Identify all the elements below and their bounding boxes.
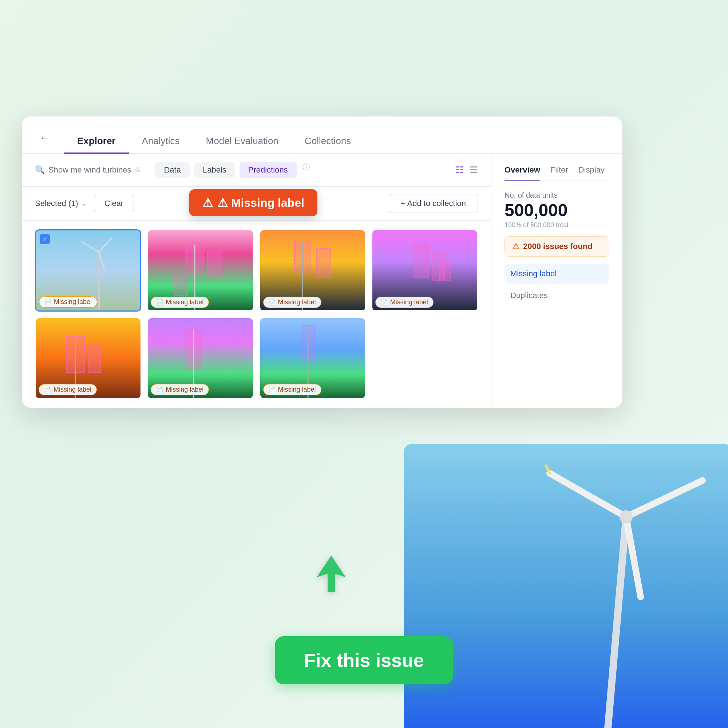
- svg-line-2: [99, 238, 112, 252]
- stat-value: 500,000: [505, 202, 609, 219]
- tab-collections[interactable]: Collections: [292, 130, 364, 154]
- warning-icon: ⚠: [512, 242, 519, 251]
- sub-nav-pills: Data Labels Predictions ⓘ: [155, 162, 309, 177]
- missing-label-badge-7: 📄 Missing label: [263, 384, 321, 395]
- label-icon-1: 📄: [44, 298, 52, 305]
- label-icon-7: 📄: [269, 386, 276, 393]
- issues-count: 2000 issues found: [523, 242, 593, 251]
- missing-label-badge-6: 📄 Missing label: [151, 384, 209, 395]
- clear-button[interactable]: Clear: [94, 195, 134, 212]
- info-icon: ⓘ: [303, 162, 310, 177]
- selected-count: Selected (1): [35, 199, 78, 208]
- svg-rect-15: [88, 344, 101, 373]
- sub-nav: 🔍 Show me wind turbines ♲ Data Labels Pr…: [22, 154, 491, 187]
- missing-label-badge-2: 📄 Missing label: [151, 297, 209, 308]
- right-tabs: Overview Filter Display: [505, 165, 609, 181]
- back-button[interactable]: ←: [39, 132, 49, 151]
- stat-label: No. of data units: [505, 191, 609, 199]
- missing-label-badge-4: 📄 Missing label: [375, 297, 434, 308]
- image-cell-5[interactable]: 📄 Missing label: [35, 317, 141, 399]
- image-cell-7[interactable]: 📄 Missing label: [260, 317, 366, 399]
- search-text: Show me wind turbines: [48, 165, 131, 175]
- image-cell-2[interactable]: 📄 Missing label: [147, 229, 253, 312]
- label-icon-4: 📄: [381, 299, 388, 306]
- fix-issue-button[interactable]: Fix this issue: [275, 636, 453, 684]
- pill-labels[interactable]: Labels: [194, 162, 235, 177]
- image-cell-1[interactable]: ✓ 📄 Missing label: [35, 229, 141, 312]
- label-icon-2: 📄: [156, 299, 164, 306]
- arrow-icon: [317, 555, 346, 592]
- main-card: ← Explorer Analytics Model Evaluation Co…: [22, 116, 622, 408]
- nav-tabs: Explorer Analytics Model Evaluation Coll…: [64, 130, 364, 153]
- pill-data[interactable]: Data: [155, 162, 189, 177]
- large-image-overlay: [404, 444, 728, 728]
- search-icon: 🔍: [35, 165, 45, 175]
- svg-line-3: [99, 252, 104, 271]
- content-area: 🔍 Show me wind turbines ♲ Data Labels Pr…: [22, 154, 622, 408]
- pill-predictions[interactable]: Predictions: [240, 162, 297, 177]
- label-icon-3: 📄: [269, 299, 276, 306]
- view-icons: ☷ ☰: [455, 165, 478, 176]
- tooltip-text: ⚠ Missing label: [217, 196, 304, 210]
- missing-label-badge-1: 📄 Missing label: [39, 296, 97, 307]
- svg-rect-21: [404, 444, 728, 728]
- label-icon-5: 📄: [44, 386, 51, 393]
- tab-overview[interactable]: Overview: [505, 165, 540, 180]
- issue-item-missing-label[interactable]: Missing label: [505, 264, 609, 284]
- issue-item-duplicates[interactable]: Duplicates: [505, 286, 609, 305]
- svg-rect-6: [175, 274, 187, 295]
- svg-rect-9: [316, 248, 331, 277]
- svg-point-26: [619, 510, 633, 523]
- tab-filter[interactable]: Filter: [551, 165, 568, 180]
- tooltip-warning-icon: ⚠: [202, 196, 213, 210]
- selected-badge: Selected (1) ⌄: [35, 199, 87, 208]
- svg-rect-11: [414, 245, 428, 277]
- image-grid: ✓ 📄 Missing label: [22, 220, 491, 408]
- stat-sub: 100% of 500,000 total: [505, 221, 609, 229]
- missing-label-tooltip: ⚠ ⚠ Missing label: [189, 189, 317, 216]
- image-cell-6[interactable]: 📄 Missing label: [147, 317, 253, 399]
- list-view-icon[interactable]: ☰: [470, 165, 478, 176]
- svg-marker-28: [317, 555, 346, 592]
- search-bar[interactable]: 🔍 Show me wind turbines ♲: [35, 165, 141, 175]
- search-extra-icon: ♲: [135, 166, 141, 174]
- svg-line-1: [81, 241, 99, 252]
- tab-display[interactable]: Display: [578, 165, 605, 180]
- tab-explorer[interactable]: Explorer: [64, 130, 129, 154]
- chevron-down-icon: ⌄: [81, 199, 87, 208]
- svg-rect-5: [208, 252, 222, 277]
- label-icon-6: 📄: [156, 386, 164, 393]
- grid-view-icon[interactable]: ☷: [455, 165, 464, 176]
- large-image-bg: [404, 444, 728, 728]
- missing-label-badge-5: 📄 Missing label: [38, 384, 97, 395]
- svg-rect-13: [439, 259, 450, 281]
- missing-label-badge-3: 📄 Missing label: [263, 297, 321, 308]
- tab-model-evaluation[interactable]: Model Evaluation: [193, 130, 292, 154]
- image-cell-4[interactable]: 📄 Missing label: [372, 229, 478, 312]
- issues-badge[interactable]: ⚠ 2000 issues found: [505, 236, 609, 257]
- image-cell-3[interactable]: 📄 Missing label: [260, 229, 366, 312]
- right-panel: Overview Filter Display No. of data unit…: [491, 154, 622, 408]
- add-to-collection-button[interactable]: + Add to collection: [389, 194, 478, 213]
- top-nav: ← Explorer Analytics Model Evaluation Co…: [22, 116, 622, 154]
- arrow-pointer: [317, 555, 346, 593]
- tab-analytics[interactable]: Analytics: [129, 130, 193, 154]
- check-icon-1: ✓: [40, 234, 50, 244]
